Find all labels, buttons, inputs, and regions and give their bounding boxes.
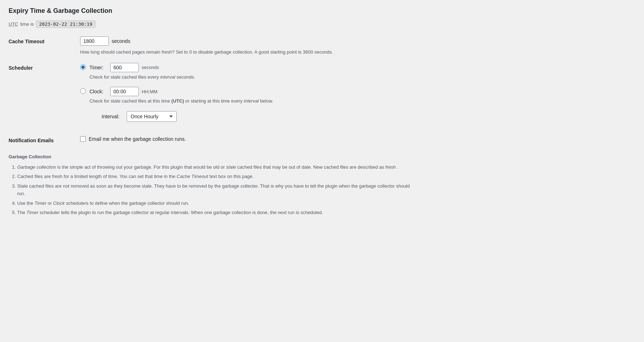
gc-item-5-text2: scheduler tells the plugin to run the ga… (40, 210, 323, 215)
gc-item-4-text1: Use the (17, 200, 34, 206)
gc-item-2-text2: text box on this page. (210, 174, 254, 179)
gc-item-2: Cached files are fresh for a limited len… (17, 173, 411, 180)
notification-emails-row: Notification Emails Email me when the ga… (9, 136, 635, 143)
gc-item-1-text1: is the simple act of throwing out your g… (57, 164, 226, 170)
utc-prefix: time is (20, 21, 34, 27)
gc-item-3-text: Stale cached files are not removed as so… (17, 183, 410, 196)
scheduler-clock-input[interactable] (110, 87, 139, 96)
gc-item-4-em-clock: Clock (53, 200, 65, 206)
cache-timeout-content: seconds How long should cached pages rem… (80, 36, 635, 56)
scheduler-timer-radio[interactable] (80, 64, 86, 70)
scheduler-clock-hint: HH:MM (142, 89, 157, 94)
page-title: Expiry Time & Garbage Collection (9, 7, 635, 15)
gc-item-5-text1: The (17, 210, 26, 215)
scheduler-timer-option: Timer: seconds Check for stale cached fi… (80, 63, 635, 81)
garbage-collection-section: Garbage Collection Garbage collection is… (9, 154, 635, 217)
gc-item-4-em-timer: Timer (34, 200, 46, 206)
scheduler-section: Scheduler Timer: seconds Check for stale… (9, 63, 635, 129)
scheduler-timer-inner: Timer: seconds Check for stale cached fi… (89, 63, 635, 81)
garbage-collection-title: Garbage Collection (9, 154, 635, 159)
gc-item-2-text1: Cached files are fresh for a limited len… (17, 174, 177, 179)
gc-item-1: Garbage collection is the simple act of … (17, 164, 411, 171)
scheduler-options: Timer: seconds Check for stale cached fi… (80, 63, 635, 129)
cache-timeout-input-row: seconds (80, 36, 635, 46)
scheduler-clock-description: Check for stale cached files at this tim… (89, 98, 340, 105)
notification-emails-text: Email me when the garbage collection run… (89, 136, 186, 142)
scheduler-clock-radio[interactable] (80, 88, 86, 94)
gc-item-1-text2: cached files that may be out of date. Ne… (237, 164, 385, 170)
gc-item-4-text3: schedulers to define when the garbage co… (66, 200, 189, 206)
scheduler-timer-input[interactable] (110, 63, 139, 72)
cache-timeout-input[interactable] (80, 36, 109, 46)
gc-item-5: The Timer scheduler tells the plugin to … (17, 209, 411, 217)
cache-timeout-unit: seconds (112, 38, 130, 44)
utc-value: 2023-02-22 21:30:19 (36, 20, 96, 28)
scheduler-clock-inner: Clock: HH:MM Check for stale cached file… (89, 87, 635, 105)
gc-item-1-text3: . (397, 164, 399, 170)
scheduler-label: Scheduler (9, 63, 80, 71)
interval-label: Interval: (102, 114, 123, 119)
interval-row: Interval: Once Hourly Twice Daily Daily … (102, 111, 635, 122)
gc-item-1-em-start: Garbage collection (17, 164, 56, 170)
gc-item-1-em-stale: stale (226, 164, 236, 170)
notification-emails-label: Notification Emails (9, 136, 80, 143)
notification-emails-content: Email me when the garbage collection run… (80, 136, 186, 142)
scheduler-clock-label-row: Clock: HH:MM (89, 87, 635, 96)
gc-item-2-em: Cache Timeout (177, 174, 208, 179)
gc-item-1-em-fresh: fresh (385, 164, 396, 170)
scheduler-timer-unit: seconds (142, 65, 159, 70)
scheduler-clock-option: Clock: HH:MM Check for stale cached file… (80, 87, 635, 105)
gc-item-4-text2: or (48, 200, 53, 206)
gc-item-4: Use the Timer or Clock schedulers to def… (17, 200, 411, 207)
scheduler-timer-name: Timer: (89, 65, 107, 70)
gc-list: Garbage collection is the simple act of … (9, 164, 635, 217)
scheduler-timer-label-row: Timer: seconds (89, 63, 635, 72)
cache-timeout-label: Cache Timeout (9, 36, 80, 44)
utc-row: UTC time is 2023-02-22 21:30:19 (9, 20, 635, 28)
scheduler-timer-description: Check for stale cached files every inter… (89, 74, 340, 81)
cache-timeout-description: How long should cached pages remain fres… (80, 49, 402, 56)
interval-select[interactable]: Once Hourly Twice Daily Daily Weekly (127, 111, 177, 122)
notification-emails-checkbox[interactable] (80, 136, 86, 142)
utc-label: UTC (9, 21, 18, 27)
cache-timeout-row: Cache Timeout seconds How long should ca… (9, 36, 635, 56)
scheduler-clock-name: Clock: (89, 89, 107, 94)
gc-item-5-em: Timer (26, 210, 38, 215)
gc-item-3: Stale cached files are not removed as so… (17, 183, 411, 198)
